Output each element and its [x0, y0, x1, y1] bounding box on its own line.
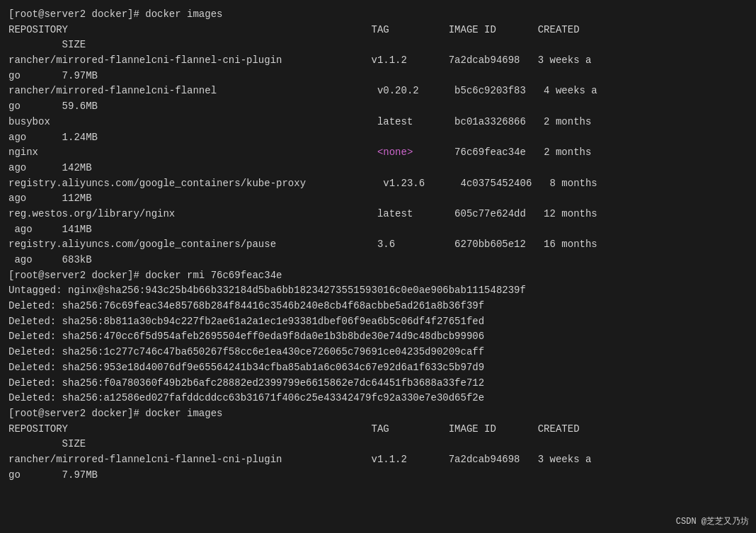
command-line-3: [root@server2 docker]# docker images — [8, 406, 748, 422]
image-row-7b: ago 683kB — [8, 253, 748, 268]
image-row-3b: ago 1.24MB — [8, 130, 748, 146]
command-line-1: [root@server2 docker]# docker images — [8, 7, 748, 23]
prompt-1: [root@server2 docker]# — [8, 8, 145, 20]
prompt-2: [root@server2 docker]# — [8, 270, 145, 281]
deleted-line-3: Deleted: sha256:470cc6f5d954afeb2695504e… — [8, 329, 748, 345]
image-row-1b: go 7.97MB — [8, 69, 748, 84]
deleted-line-2: Deleted: sha256:8b811a30cb94c227fb2ae61a… — [8, 314, 748, 330]
image-row-6a: reg.westos.org/library/nginx latest 605c… — [8, 207, 748, 222]
none-tag: <none> — [377, 147, 413, 158]
header-row-1-size: SIZE — [8, 38, 748, 53]
command-line-2: [root@server2 docker]# docker rmi 76c69f… — [8, 268, 748, 284]
untagged-line: Untagged: nginx@sha256:943c25b4b66b33218… — [8, 283, 748, 299]
image-row-1a: rancher/mirrored-flannelcni-flannel-cni-… — [8, 53, 748, 69]
image-row-2b: go 59.6MB — [8, 99, 748, 115]
deleted-line-1: Deleted: sha256:76c69feac34e85768b284f84… — [8, 299, 748, 314]
image-row-4a: nginx <none> 76c69feac34e 2 months — [8, 145, 748, 161]
header-row-2: REPOSITORY TAG IMAGE ID CREATED — [8, 422, 748, 437]
image-row-7a: registry.aliyuncs.com/google_containers/… — [8, 237, 748, 253]
deleted-line-6: Deleted: sha256:f0a780360f49b2b6afc28882… — [8, 376, 748, 391]
image-row-4b: ago 142MB — [8, 161, 748, 176]
image-row-5b: ago 112MB — [8, 191, 748, 207]
image-row-6b: ago 141MB — [8, 222, 748, 238]
cmd-1: docker images — [145, 8, 222, 20]
header-row-2-size: SIZE — [8, 437, 748, 452]
cmd-3: docker images — [145, 408, 222, 419]
image-row-5a: registry.aliyuncs.com/google_containers/… — [8, 176, 748, 192]
prompt-3: [root@server2 docker]# — [8, 408, 145, 419]
deleted-line-4: Deleted: sha256:1c277c746c47ba650267f58c… — [8, 345, 748, 360]
image-row-8b: go 7.97MB — [8, 468, 748, 483]
watermark: CSDN @芝芝又乃坊 — [676, 515, 749, 527]
deleted-line-5: Deleted: sha256:953e18d40076df9e65564241… — [8, 360, 748, 376]
deleted-line-7: Deleted: sha256:a12586ed027fafddcddcc63b… — [8, 391, 748, 406]
image-row-2a: rancher/mirrored-flannelcni-flannel v0.2… — [8, 84, 748, 99]
image-row-8a: rancher/mirrored-flannelcni-flannel-cni-… — [8, 452, 748, 468]
header-row-1: REPOSITORY TAG IMAGE ID CREATED — [8, 23, 748, 38]
terminal: [root@server2 docker]# docker images REP… — [0, 0, 756, 533]
image-row-3a: busybox latest bc01a3326866 2 months — [8, 115, 748, 130]
cmd-2: docker rmi 76c69feac34e — [145, 270, 282, 281]
